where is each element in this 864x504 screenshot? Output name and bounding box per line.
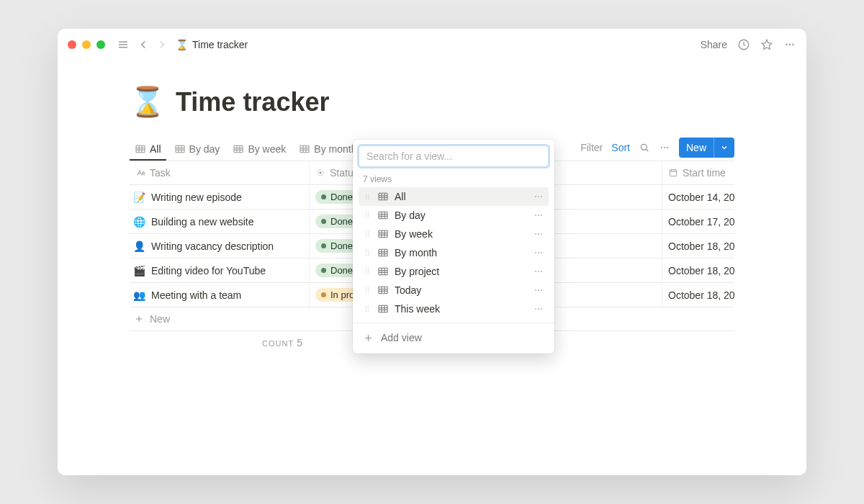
view-option-by-week[interactable]: By week [359, 225, 549, 243]
svg-point-142 [538, 308, 539, 310]
cell-start[interactable]: October 18, 2022 2:00 PM [662, 234, 734, 258]
svg-point-99 [535, 252, 536, 253]
tab-by-week[interactable]: By week [228, 139, 291, 161]
svg-point-36 [664, 147, 665, 148]
svg-point-7 [792, 44, 793, 45]
minimize-window-button[interactable] [82, 40, 91, 49]
count-label: COUNT [262, 339, 294, 348]
row-icon: 🌐 [132, 216, 145, 228]
count-value: 5 [297, 337, 302, 348]
svg-point-59 [541, 196, 542, 197]
sidebar-toggle-icon[interactable] [115, 37, 131, 53]
view-option-more-icon[interactable] [533, 303, 544, 315]
view-search-input[interactable] [359, 145, 549, 167]
col-task[interactable]: Task [130, 161, 310, 184]
view-option-more-icon[interactable] [533, 247, 544, 258]
row-icon: 👤 [132, 240, 145, 252]
cell-start[interactable]: October 18, 2022 4:00 PM [662, 258, 734, 282]
svg-point-102 [366, 269, 366, 269]
cell-task[interactable]: 📝Writing new episode [130, 185, 310, 209]
svg-point-51 [368, 198, 369, 199]
cell-start[interactable]: October 18, 2022 6:00 PM [662, 283, 734, 307]
tab-by-month[interactable]: By month [294, 139, 361, 161]
updates-icon[interactable] [737, 38, 750, 51]
svg-rect-66 [379, 212, 387, 218]
add-view-label: Add view [381, 332, 422, 343]
cell-start[interactable]: October 17, 2022 1:00 PM [662, 210, 734, 233]
view-option-today[interactable]: Today [359, 281, 549, 300]
view-option-by-project[interactable]: By project [359, 262, 549, 281]
task-name: Building a new website [151, 216, 253, 228]
maximize-window-button[interactable] [96, 40, 105, 49]
svg-point-114 [538, 271, 539, 272]
cell-task[interactable]: 🌐Building a new website [130, 210, 310, 233]
filter-button[interactable]: Filter [580, 142, 603, 153]
view-options-icon[interactable] [659, 142, 670, 153]
new-button[interactable]: New [679, 138, 734, 158]
svg-rect-40 [670, 170, 676, 176]
cell-start[interactable]: October 14, 2022 10:00 AM [662, 185, 734, 209]
view-option-more-icon[interactable] [533, 191, 544, 202]
close-window-button[interactable] [68, 40, 76, 49]
col-start[interactable]: Start time [662, 161, 734, 184]
drag-handle-icon[interactable] [363, 248, 372, 257]
search-icon[interactable] [639, 142, 650, 153]
task-name: Writing new episode [151, 192, 242, 203]
svg-point-131 [368, 306, 369, 307]
view-option-more-icon[interactable] [533, 266, 544, 277]
new-button-chevron[interactable] [714, 138, 734, 158]
breadcrumb-title: Time tracker [192, 39, 248, 50]
new-button-label: New [679, 142, 714, 153]
cell-task[interactable]: 🎬Editing video for YouTube [130, 258, 310, 282]
svg-point-6 [789, 44, 791, 45]
more-icon[interactable] [783, 38, 796, 51]
cell-task[interactable]: 👤Writing vacancy description [130, 234, 310, 258]
favorite-icon[interactable] [760, 38, 773, 51]
app-window: ⌛ Time tracker Share ⌛ Time tracker AllB… [58, 29, 806, 475]
drag-handle-icon[interactable] [363, 192, 372, 201]
status-property-icon [315, 168, 325, 178]
table-icon [135, 143, 146, 155]
svg-point-129 [541, 289, 542, 291]
svg-rect-8 [136, 145, 145, 152]
drag-handle-icon[interactable] [363, 286, 372, 294]
breadcrumb[interactable]: ⌛ Time tracker [176, 39, 248, 50]
cell-task[interactable]: 👥Meeting with a team [130, 283, 310, 307]
page-title[interactable]: Time tracker [176, 87, 329, 117]
tab-by-day[interactable]: By day [169, 139, 225, 161]
svg-point-72 [538, 215, 539, 216]
sort-button[interactable]: Sort [611, 142, 630, 153]
drag-handle-icon[interactable] [363, 267, 372, 276]
views-heading: 7 views [359, 167, 549, 187]
svg-point-128 [538, 289, 539, 291]
svg-point-49 [368, 196, 369, 197]
view-option-more-icon[interactable] [533, 210, 544, 221]
view-option-label: By week [395, 228, 433, 240]
tab-all[interactable]: All [130, 139, 166, 161]
view-option-more-icon[interactable] [533, 284, 544, 296]
drag-handle-icon[interactable] [363, 211, 372, 220]
forward-button[interactable] [154, 37, 170, 53]
view-option-more-icon[interactable] [533, 228, 544, 240]
svg-rect-52 [379, 193, 387, 199]
table-icon [233, 143, 244, 155]
svg-point-75 [368, 231, 369, 232]
share-button[interactable]: Share [701, 39, 727, 50]
svg-point-60 [366, 212, 366, 213]
svg-rect-108 [379, 268, 387, 274]
views-list: AllBy dayBy weekBy monthBy projectTodayT… [359, 187, 549, 318]
svg-point-86 [538, 233, 539, 235]
views-toolbar: Filter Sort New [580, 138, 734, 161]
view-option-all[interactable]: All [359, 187, 549, 206]
svg-point-121 [368, 292, 369, 292]
view-option-this-week[interactable]: This week [359, 300, 549, 318]
svg-point-58 [538, 196, 539, 197]
view-option-by-day[interactable]: By day [359, 206, 549, 225]
add-view-button[interactable]: Add view [359, 328, 549, 348]
drag-handle-icon[interactable] [363, 230, 372, 238]
drag-handle-icon[interactable] [363, 305, 372, 313]
back-button[interactable] [135, 37, 151, 53]
page-emoji[interactable]: ⌛ [130, 85, 166, 119]
view-option-by-month[interactable]: By month [359, 243, 549, 262]
task-name: Editing video for YouTube [151, 265, 266, 276]
